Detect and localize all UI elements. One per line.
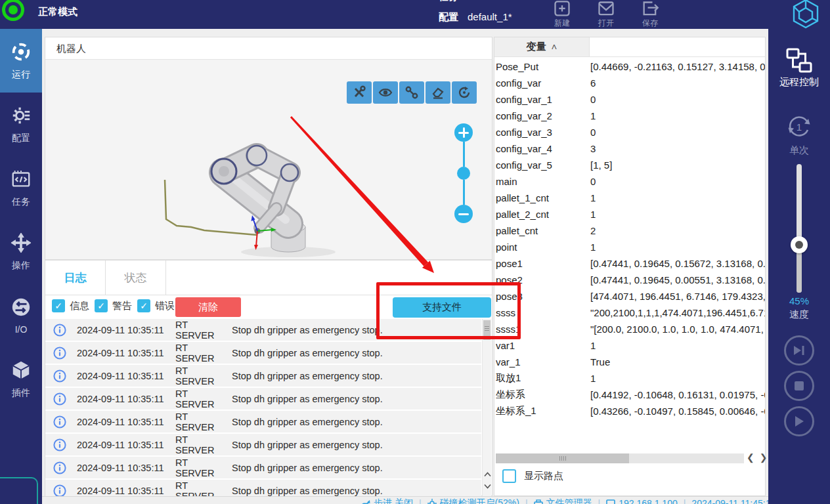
reset-view-icon[interactable] <box>452 81 477 104</box>
status-datetime: 2024-09-11 11:45:15 <box>691 498 768 504</box>
variable-name: config_var_1 <box>496 94 590 105</box>
app-root: 正常模式 任务test 配置default_1* 新建 打开 保存 <box>0 0 830 504</box>
info-icon <box>53 324 66 337</box>
speed-readout: 45% 速度 <box>768 295 830 321</box>
zoom-out-button[interactable] <box>454 205 473 223</box>
top-bar: 正常模式 任务test 配置default_1* 新建 打开 保存 <box>0 0 830 29</box>
log-scrollbar-thumb[interactable] <box>483 320 491 340</box>
variable-value: 1 <box>590 209 596 220</box>
variables-header-cell[interactable]: 变量 ˄ <box>494 37 590 56</box>
zoom-in-button[interactable] <box>454 123 473 142</box>
log-source: RT SERVER <box>175 457 223 478</box>
sidebar-item-run[interactable]: 运行 <box>0 29 42 93</box>
open-task-button-label: 打开 <box>588 19 624 27</box>
settings-icon <box>11 105 32 128</box>
step-forward-button[interactable] <box>784 335 814 366</box>
status-ip-address[interactable]: 192.168.1.100 <box>606 498 678 504</box>
log-row: 2024-09-11 10:35:11 RT SERVER Stop dh gr… <box>45 457 481 478</box>
scroll-right-icon[interactable]: ❯ <box>760 452 768 463</box>
status-file-manager[interactable]: 文件管理器 <box>534 497 592 504</box>
show-waypoints-checkbox[interactable] <box>502 469 516 483</box>
single-cycle-label: 单次 <box>768 144 830 157</box>
checkbox-checked-icon: ✓ <box>95 299 108 312</box>
scroll-down-icon[interactable] <box>483 480 492 492</box>
sidebar-item-task[interactable]: 任务 <box>0 156 42 220</box>
log-message: Stop dh gripper as emergency stop. <box>232 417 383 427</box>
log-tabs: 日志 状态 <box>45 261 492 295</box>
log-source: RT SERVER <box>175 343 223 364</box>
variable-value: "200,2100,1,1,1,474.4071,196.4451,6.714 <box>590 307 765 318</box>
plugin-icon <box>11 360 32 383</box>
save-file-icon <box>632 0 668 18</box>
config-label: 配置 <box>439 11 458 22</box>
status-collision[interactable]: 碰撞检测开启(52%) <box>427 497 519 504</box>
variable-value: 0 <box>590 127 596 138</box>
variable-row: config_var_2 1 <box>494 108 765 124</box>
sidebar-item-config[interactable]: 配置 <box>0 93 42 156</box>
zoom-slider-handle[interactable] <box>457 167 470 180</box>
info-icon <box>53 461 66 474</box>
speed-slider-handle[interactable] <box>791 236 808 253</box>
tab-status[interactable]: 状态 <box>106 261 166 295</box>
zoom-track-upper <box>463 142 465 167</box>
clear-log-button[interactable]: 清除 <box>175 297 241 317</box>
variable-value: 6 <box>590 77 596 89</box>
log-filter-row: ✓信息 ✓警告 ✓错误 清除 支持文件 <box>45 296 492 318</box>
mode-label: 正常模式 <box>38 6 77 18</box>
scroll-left-icon[interactable]: ❮ <box>747 452 754 463</box>
info-icon <box>53 346 66 360</box>
sidebar-item-config-label: 配置 <box>12 133 30 144</box>
stop-button[interactable] <box>784 371 814 401</box>
variable-name: pallet_cnt <box>496 225 590 236</box>
variable-value: 3 <box>590 143 596 154</box>
play-button[interactable] <box>784 406 814 436</box>
filter-error-label: 错误 <box>155 300 175 312</box>
remote-control-button[interactable]: 远程控制 <box>768 47 830 89</box>
variables-panel: 变量 ˄ Pose_Put [0.44669, -0.21163, 0.1512… <box>494 37 766 496</box>
info-icon <box>53 415 66 429</box>
zoom-track-lower <box>463 180 465 205</box>
variable-row: pallet_2_cnt 1 <box>494 206 765 222</box>
variable-name: ssss <box>496 307 590 318</box>
status-step[interactable]: 步进 关闭 <box>361 497 413 504</box>
step-icon <box>361 499 370 504</box>
log-time: 2024-09-11 10:35:11 <box>77 417 165 427</box>
save-task-button[interactable]: 保存 <box>632 0 668 29</box>
log-time: 2024-09-11 10:35:11 <box>77 325 165 335</box>
log-source: RT SERVER <box>175 366 223 387</box>
filter-error-checkbox[interactable]: ✓错误 <box>137 299 175 312</box>
single-cycle-button[interactable]: 1 单次 <box>768 112 830 157</box>
support-file-button[interactable]: 支持文件 <box>393 297 491 318</box>
variables-h-scrollbar[interactable] <box>496 453 744 463</box>
variable-name: var_1 <box>496 356 590 368</box>
sidebar-item-io[interactable]: I/O <box>0 284 42 347</box>
log-time: 2024-09-11 10:35:11 <box>77 463 165 473</box>
new-task-button[interactable]: 新建 <box>544 0 580 29</box>
sidebar-item-plugin[interactable]: 插件 <box>0 347 42 411</box>
log-time: 2024-09-11 10:35:11 <box>77 486 165 496</box>
checkbox-checked-icon: ✓ <box>137 299 150 312</box>
open-task-button[interactable]: 打开 <box>588 0 624 29</box>
tab-log[interactable]: 日志 <box>45 261 106 295</box>
speed-slider[interactable] <box>797 164 802 293</box>
variable-name: config_var_5 <box>496 159 590 171</box>
eye-icon[interactable] <box>373 81 398 104</box>
scroll-up-icon[interactable] <box>483 469 492 480</box>
sidebar-item-jog[interactable]: 操作 <box>0 220 42 284</box>
path-nodes-icon[interactable] <box>399 81 424 104</box>
tools-icon[interactable] <box>347 81 372 104</box>
eraser-icon[interactable] <box>426 81 450 104</box>
robot-3d-view[interactable] <box>45 60 492 259</box>
variable-name: pose3 <box>496 291 590 302</box>
right-sidebar: 远程控制 1 单次 45% 速度 <box>768 29 830 504</box>
variable-name: config_var <box>496 77 590 89</box>
log-row: 2024-09-11 10:35:11 RT SERVER Stop dh gr… <box>45 342 481 364</box>
log-scrollbar[interactable] <box>482 319 491 496</box>
filter-info-checkbox[interactable]: ✓信息 <box>52 299 89 312</box>
show-waypoints-row: 显示路点 <box>502 469 563 483</box>
filter-warning-checkbox[interactable]: ✓警告 <box>95 299 132 312</box>
variable-name: Pose_Put <box>496 61 590 72</box>
variable-name: 坐标系 <box>496 388 590 401</box>
variable-row: ssss1 "[200.0, 2100.0, 1.0, 1.0, 1.0, 47… <box>494 321 765 337</box>
variables-h-scrollbar-thumb[interactable] <box>496 453 629 463</box>
